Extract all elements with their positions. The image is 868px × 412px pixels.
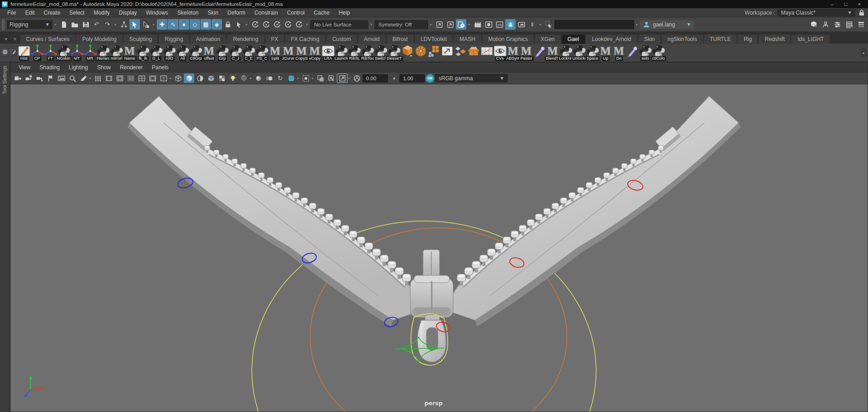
toolbar-collapser[interactable]: ▸ [348,74,351,83]
wireframe-on-shaded-toggle[interactable] [206,73,216,83]
menu-deform[interactable]: Deform [223,9,250,17]
smooth-shade-all-toggle[interactable] [184,73,194,83]
menu-cache[interactable]: Cache [309,9,334,17]
shelf-item-sleevet[interactable]: SleeveT [388,44,401,62]
toolbar-collapser[interactable]: ▸ [311,74,315,83]
history-connections-button[interactable] [283,19,293,30]
shelf-options-icon[interactable]: ≡ [11,35,19,43]
render-setup-button[interactable] [505,19,516,30]
modeling-toolkit-toggle[interactable] [808,19,819,30]
shelf-item-unlock[interactable]: Unlock/ [573,44,586,62]
ipr-render-button[interactable]: IPR [494,19,505,30]
x-ray-joints-toggle[interactable] [326,73,336,83]
toolbar-collapser[interactable]: ▸ [245,19,248,30]
image-plane-button[interactable] [56,73,67,83]
shelf-item-cp[interactable]: CP [31,44,44,62]
shadows-toggle[interactable] [238,73,249,83]
toolbar-collapser[interactable]: ▸ [54,19,57,30]
shelf-item-c-j[interactable]: C_J [229,44,242,62]
view-transform-dropdown[interactable]: sRGB gamma ▼ [435,74,508,82]
shelf-item-pick-tool[interactable] [625,44,639,62]
snap-to-projected-center-toggle[interactable]: ◇ [190,19,200,30]
quick-selection-input[interactable] [554,20,634,29]
shelf-menu-icon[interactable]: ▾ [2,35,10,43]
exposure-field[interactable]: 0.00 [362,74,388,82]
color-management-toggle[interactable]: ON [425,74,434,83]
toolbar-collapser[interactable]: ▸ [297,74,300,83]
toolbar-collapser[interactable]: ▸ [114,19,117,30]
shelf-item-up[interactable]: MM Up [599,44,612,62]
shelf-item-poly-wheel[interactable] [414,44,427,62]
shelf-tab-arnold[interactable]: Arnold [358,35,386,44]
shelf-item-vcopy[interactable]: MM vCopy [308,44,321,62]
menu-control[interactable]: Control [283,9,310,17]
snap-to-view-planes-toggle[interactable]: ▦ [201,19,211,30]
input-connections-button[interactable] [250,19,260,30]
shelf-item-mirrorl[interactable]: mirrorl [110,44,123,62]
shelf-item-paster[interactable]: MM Paster [520,44,533,62]
shelf-item-g-l[interactable]: G_L [150,44,163,62]
film-gate-toggle[interactable] [103,73,114,83]
shelf-item-hierarc[interactable]: Hierarc [97,44,110,62]
screen-space-ao-toggle[interactable] [253,73,264,83]
workspace-dropdown[interactable]: Maya Classic* ▼ [778,9,855,16]
viewport[interactable]: persp [10,84,868,412]
shelf-tab-animation[interactable]: Animation [190,35,226,44]
cache-connections-button[interactable] [294,19,304,30]
menu-constrain[interactable]: Constrain [250,9,282,17]
shelf-item-hist[interactable]: Hist [17,44,31,62]
shelf-overflow-arrow[interactable]: ▸ [861,48,867,57]
chevron-down-icon[interactable]: ▾ [305,19,309,30]
safe-action-toggle[interactable] [147,73,158,83]
highlight-selection-button[interactable] [233,19,244,30]
menu-file[interactable]: File [3,9,21,17]
field-chart-toggle[interactable] [136,73,147,83]
panel-menu-renderer[interactable]: Renderer [115,63,147,72]
shelf-item-ft[interactable]: FT [44,44,57,62]
shelf-item-ctlcolo[interactable]: ctlColo [652,44,665,62]
shelf-tab-sculpting[interactable]: Sculpting [124,35,158,44]
character-controls-toggle[interactable] [820,19,831,30]
panel-menu-show[interactable]: Show [93,63,115,72]
new-scene-button[interactable] [58,19,69,30]
shelf-item-ribtoo[interactable]: RibToo [361,44,374,62]
shelf-item-split[interactable]: MM Split [269,44,282,62]
snap-to-grids-toggle[interactable]: ✚ [157,19,167,30]
select-by-component-button[interactable] [140,19,151,30]
use-default-material-toggle[interactable] [217,73,227,83]
shelf-tab-bifrost[interactable]: Bifrost [387,35,414,44]
lighting-toggle[interactable] [227,73,238,83]
user-account-dropdown[interactable]: gael.lang ▼ [640,20,694,29]
shelf-tab-rig[interactable]: Rig [738,35,758,44]
menu-set-dropdown[interactable]: Rigging ▼ [7,20,52,29]
wireframe-toggle[interactable] [173,73,183,83]
right-band[interactable] [450,96,739,320]
toolbar-collapser[interactable]: ▸ [539,19,542,30]
panel-menu-panels[interactable]: Panels [147,63,173,72]
isolate-select-toggle[interactable] [300,73,311,83]
output-connections-button[interactable] [261,19,271,30]
panel-menu-shading[interactable]: Shading [35,63,64,72]
shelf-tab-custom[interactable]: Custom [326,35,357,44]
shelf-item-lra[interactable]: LRA [321,44,335,62]
shelf-item-ctlgrp[interactable]: CtlGrp [189,44,202,62]
shelf-tab-ngskintools[interactable]: ngSkinTools [661,35,703,44]
tool-settings-strip[interactable]: Tool Settings [0,62,10,412]
attribute-editor-toggle[interactable] [832,19,842,30]
grid-toggle[interactable] [93,73,103,83]
resolution-gate-toggle[interactable] [114,73,125,83]
open-modeling-panel-button[interactable] [434,19,444,30]
undo-button[interactable]: ↶ [91,19,102,30]
shelf-item-poly-grid[interactable] [427,44,440,62]
toolbar-collapser[interactable]: ▸ [249,74,253,83]
shelf-item-absym[interactable]: MM ABSym [506,44,520,62]
snap-to-curves-toggle[interactable]: ∿ [168,19,178,30]
menu-select[interactable]: Select [65,9,89,17]
shelf-item-rib3l[interactable]: Rib3L [348,44,361,62]
save-scene-button[interactable] [80,19,91,30]
snap-to-points-toggle[interactable]: ● [179,19,189,30]
panel-menu-lighting[interactable]: Lighting [64,63,93,72]
redo-button[interactable]: ↷ [102,19,113,30]
pan-zoom-button[interactable] [67,73,78,83]
safe-title-toggle[interactable]: T [158,73,169,83]
